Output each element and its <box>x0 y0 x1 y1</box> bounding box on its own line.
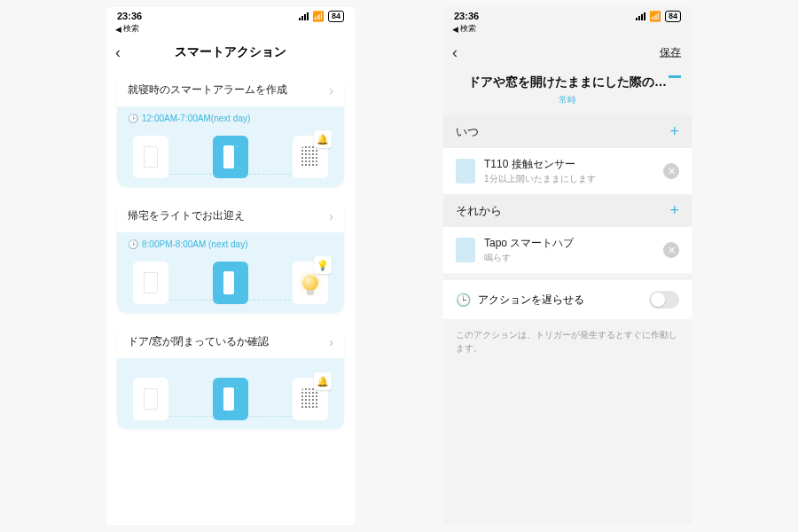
trigger-row[interactable]: T110 接触センサー 1分以上開いたままにします ✕ <box>443 148 692 194</box>
wifi-icon: 📶 <box>649 11 661 22</box>
door-icon <box>213 378 248 420</box>
card-time: 8:00PM-8:00AM (next day) <box>142 239 248 249</box>
delay-label: アクションを遅らせる <box>478 293 642 308</box>
door-icon <box>213 262 248 304</box>
delay-row: 🕒 アクションを遅らせる <box>443 280 692 319</box>
clock-icon: 🕒 <box>456 293 471 307</box>
nav-bar: ‹ スマートアクション <box>106 36 355 68</box>
status-time: 23:36 <box>117 11 142 21</box>
page-title: スマートアクション <box>175 44 286 60</box>
breadcrumb-label: 検索 <box>123 23 139 35</box>
status-time: 23:36 <box>454 11 479 21</box>
chevron-right-icon: › <box>329 335 333 349</box>
then-section-header: それから + <box>443 194 692 227</box>
back-triangle-icon: ◀ <box>115 25 121 34</box>
sensor-icon <box>456 159 475 184</box>
card-title: 帰宅をライトでお出迎え <box>128 208 245 223</box>
back-button[interactable]: ‹ <box>452 43 458 62</box>
chevron-right-icon: › <box>329 209 333 223</box>
status-bar: 23:36 📶 84 <box>443 7 692 23</box>
when-label: いつ <box>456 124 479 140</box>
delay-note: このアクションは、トリガーが発生するとすぐに作動します。 <box>443 319 692 364</box>
card-illustration: 🕒8:00PM-8:00AM (next day) 💡 <box>117 232 344 313</box>
template-card[interactable]: 帰宅をライトでお出迎え › 🕒8:00PM-8:00AM (next day) … <box>117 200 344 313</box>
action-name: Tapo スマートハブ <box>484 236 654 251</box>
smart-action-list: 就寝時のスマートアラームを作成 › 🕒12:00AM-7:00AM(next d… <box>106 68 355 525</box>
save-button[interactable]: 保存 <box>660 45 681 60</box>
hub-icon <box>456 238 475 262</box>
hub-icon: 🔔 <box>293 136 328 178</box>
delay-toggle[interactable] <box>649 291 679 309</box>
remove-trigger-button[interactable]: ✕ <box>663 163 679 179</box>
automation-title: ドアや窓を開けたままにした際の… <box>468 74 667 89</box>
sensor-icon <box>133 378 168 420</box>
automation-schedule[interactable]: 常時 <box>443 94 692 115</box>
remove-action-button[interactable]: ✕ <box>663 242 679 258</box>
bell-icon: 🔔 <box>314 372 332 390</box>
battery-indicator: 84 <box>328 11 344 22</box>
spacer <box>443 273 692 280</box>
phone-right: 23:36 📶 84 ◀ 検索 ‹ 保存 ドアや窓を開けたままにした際の… 常時… <box>443 7 692 525</box>
cellular-icon <box>299 12 309 20</box>
automation-title-row: ドアや窓を開けたままにした際の… <box>443 68 692 94</box>
battery-indicator: 84 <box>665 11 681 22</box>
when-section-header: いつ + <box>443 115 692 148</box>
template-card[interactable]: 就寝時のスマートアラームを作成 › 🕒12:00AM-7:00AM(next d… <box>117 74 344 187</box>
breadcrumb[interactable]: ◀ 検索 <box>106 23 355 36</box>
sensor-icon <box>133 136 168 178</box>
nav-bar: ‹ 保存 <box>443 36 692 68</box>
edit-icon[interactable] <box>669 75 681 78</box>
card-title: 就寝時のスマートアラームを作成 <box>128 82 287 98</box>
back-triangle-icon: ◀ <box>452 25 458 34</box>
then-label: それから <box>456 203 502 219</box>
card-time: 12:00AM-7:00AM(next day) <box>142 113 250 123</box>
chevron-right-icon: › <box>329 83 333 98</box>
trigger-name: T110 接触センサー <box>484 157 654 172</box>
sensor-icon <box>133 262 168 304</box>
card-title: ドア/窓が閉まっているか確認 <box>128 334 269 349</box>
phone-left: 23:36 📶 84 ◀ 検索 ‹ スマートアクション 就寝時のスマートアラーム… <box>106 7 355 525</box>
add-action-button[interactable]: + <box>669 201 679 220</box>
back-button[interactable]: ‹ <box>115 43 121 62</box>
card-illustration: 🕒12:00AM-7:00AM(next day) 🔔 <box>117 106 344 187</box>
action-row[interactable]: Tapo スマートハブ 鳴らす ✕ <box>443 227 692 273</box>
bell-icon: 🔔 <box>314 130 332 148</box>
bulb-icon: 💡 <box>293 262 328 304</box>
trigger-detail: 1分以上開いたままにします <box>484 173 654 185</box>
door-icon <box>213 136 248 178</box>
card-illustration: 🔔 <box>117 358 344 429</box>
add-trigger-button[interactable]: + <box>669 122 679 141</box>
clock-icon: 🕒 <box>128 239 138 249</box>
wifi-icon: 📶 <box>312 11 325 22</box>
action-detail: 鳴らす <box>484 252 654 264</box>
cellular-icon <box>636 12 645 20</box>
lamp-icon: 💡 <box>314 256 332 274</box>
hub-icon: 🔔 <box>293 378 328 420</box>
breadcrumb-label: 検索 <box>460 23 476 35</box>
status-bar: 23:36 📶 84 <box>106 7 355 23</box>
clock-icon: 🕒 <box>128 113 138 123</box>
template-card[interactable]: ドア/窓が閉まっているか確認 › 🔔 <box>117 325 344 429</box>
breadcrumb[interactable]: ◀ 検索 <box>443 23 692 36</box>
